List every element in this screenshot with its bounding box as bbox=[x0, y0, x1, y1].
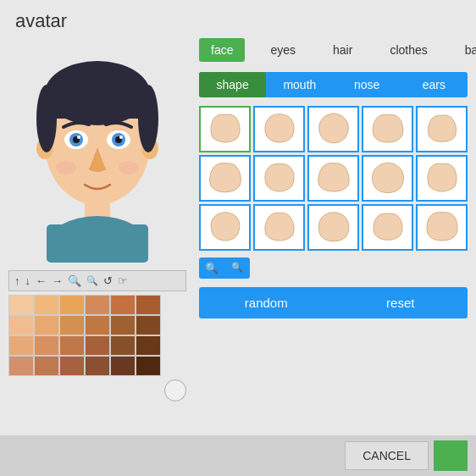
reset-btn[interactable]: reset bbox=[334, 287, 468, 318]
skin-color-2-0[interactable] bbox=[8, 335, 34, 356]
action-row: random reset bbox=[199, 287, 468, 318]
skin-color-0-5[interactable] bbox=[136, 295, 161, 315]
skin-color-3-2[interactable] bbox=[59, 356, 85, 376]
zoom-controls: 🔍 🔍 bbox=[199, 257, 250, 279]
move-down-btn[interactable]: ↓ bbox=[25, 274, 31, 287]
undo-btn[interactable]: ↺ bbox=[103, 274, 113, 287]
shape-cell-10[interactable] bbox=[416, 155, 468, 202]
move-up-btn[interactable]: ↑ bbox=[14, 274, 20, 287]
avatar-svg bbox=[17, 42, 178, 263]
skin-color-2-5[interactable] bbox=[136, 335, 161, 356]
skin-color-3-4[interactable] bbox=[110, 356, 136, 376]
skin-color-3-1[interactable] bbox=[34, 356, 59, 376]
shape-cell-14[interactable] bbox=[362, 204, 413, 251]
skin-color-0-0[interactable] bbox=[8, 295, 34, 315]
skin-color-2-2[interactable] bbox=[59, 335, 85, 356]
sub-tab-ears[interactable]: ears bbox=[401, 72, 468, 97]
skin-color-0-4[interactable] bbox=[110, 295, 136, 315]
avatar-preview bbox=[8, 38, 186, 267]
shape-cell-7[interactable] bbox=[253, 155, 305, 202]
face-shape-icon bbox=[209, 159, 241, 197]
tab-eyes[interactable]: eyes bbox=[258, 38, 307, 62]
zoom-in-ctrl-btn[interactable]: 🔍 bbox=[68, 274, 81, 287]
svg-point-19 bbox=[138, 85, 158, 152]
shape-cell-8[interactable] bbox=[307, 155, 359, 202]
face-shape-icon bbox=[426, 110, 458, 148]
sub-tabs: shapemouthnoseears bbox=[199, 72, 468, 97]
skin-color-0-2[interactable] bbox=[59, 295, 85, 315]
face-shape-icon bbox=[426, 159, 458, 197]
shape-cell-15[interactable] bbox=[416, 204, 468, 251]
shape-cell-4[interactable] bbox=[362, 106, 413, 152]
tab-backs[interactable]: backs bbox=[453, 38, 476, 62]
ok-button[interactable] bbox=[434, 440, 468, 471]
face-shape-icon bbox=[372, 159, 404, 197]
page-title: avatar bbox=[15, 10, 67, 32]
sub-tab-nose[interactable]: nose bbox=[334, 72, 401, 97]
svg-rect-7 bbox=[45, 89, 150, 119]
face-shape-icon bbox=[318, 208, 350, 246]
skin-row-2 bbox=[8, 335, 186, 356]
shape-cell-5[interactable] bbox=[416, 106, 468, 152]
skin-row-0 bbox=[8, 295, 186, 315]
skin-color-0-1[interactable] bbox=[34, 295, 59, 315]
shape-cell-3[interactable] bbox=[307, 106, 359, 152]
skin-color-3-5[interactable] bbox=[136, 356, 161, 376]
color-picker-btn[interactable] bbox=[164, 379, 186, 401]
shape-cell-12[interactable] bbox=[253, 204, 305, 251]
svg-point-18 bbox=[36, 85, 57, 152]
tab-hair[interactable]: hair bbox=[321, 38, 364, 62]
skin-palette bbox=[8, 295, 186, 376]
top-tabs: faceeyeshairclothesbacks bbox=[199, 38, 468, 62]
shape-cell-2[interactable] bbox=[253, 106, 305, 152]
face-shape-icon bbox=[263, 110, 296, 148]
face-shape-icon bbox=[426, 208, 458, 246]
skin-row-1 bbox=[8, 315, 186, 335]
face-shape-icon bbox=[372, 110, 404, 148]
skin-color-3-0[interactable] bbox=[8, 356, 34, 376]
skin-color-2-4[interactable] bbox=[110, 335, 136, 356]
shape-cell-9[interactable] bbox=[362, 155, 413, 202]
grid-zoom-out-btn[interactable]: 🔍 bbox=[224, 257, 250, 279]
controls-bar: ↑ ↓ ← → 🔍 🔍 ↺ ☞ bbox=[8, 270, 186, 291]
sub-tab-shape[interactable]: shape bbox=[199, 72, 266, 97]
grid-zoom-in-btn[interactable]: 🔍 bbox=[199, 257, 224, 279]
skin-color-1-5[interactable] bbox=[136, 315, 161, 335]
face-shape-icon bbox=[263, 208, 296, 246]
skin-color-1-3[interactable] bbox=[85, 315, 110, 335]
random-btn[interactable]: random bbox=[199, 287, 334, 318]
zoom-out-ctrl-btn[interactable]: 🔍 bbox=[86, 275, 98, 286]
skin-color-3-3[interactable] bbox=[85, 356, 110, 376]
skin-row-3 bbox=[8, 356, 186, 376]
skin-color-1-2[interactable] bbox=[59, 315, 85, 335]
left-panel: ↑ ↓ ← → 🔍 🔍 ↺ ☞ bbox=[8, 38, 195, 434]
shape-cell-11[interactable] bbox=[199, 204, 251, 251]
right-panel: faceeyeshairclothesbacks shapemouthnosee… bbox=[199, 38, 468, 434]
shape-cell-1[interactable] bbox=[199, 106, 251, 152]
face-shape-icon bbox=[318, 110, 350, 148]
svg-point-15 bbox=[119, 136, 123, 139]
move-right-btn[interactable]: → bbox=[52, 274, 63, 287]
svg-point-17 bbox=[119, 161, 139, 174]
skin-color-1-0[interactable] bbox=[8, 315, 34, 335]
svg-point-16 bbox=[56, 161, 76, 174]
tab-face[interactable]: face bbox=[199, 38, 245, 62]
svg-point-14 bbox=[77, 136, 80, 139]
svg-rect-2 bbox=[47, 224, 148, 263]
shape-cell-13[interactable] bbox=[307, 204, 359, 251]
sub-tab-mouth[interactable]: mouth bbox=[266, 72, 333, 97]
skin-color-2-1[interactable] bbox=[34, 335, 59, 356]
skin-color-2-3[interactable] bbox=[85, 335, 110, 356]
skin-color-1-4[interactable] bbox=[110, 315, 136, 335]
face-shape-icon bbox=[372, 208, 404, 246]
move-left-btn[interactable]: ← bbox=[36, 274, 47, 287]
tab-clothes[interactable]: clothes bbox=[378, 38, 439, 62]
skin-color-1-1[interactable] bbox=[34, 315, 59, 335]
cancel-button[interactable]: CANCEL bbox=[345, 441, 429, 470]
cursor-btn[interactable]: ☞ bbox=[118, 274, 128, 287]
skin-color-0-3[interactable] bbox=[85, 295, 110, 315]
shapes-grid bbox=[199, 106, 468, 251]
shape-cell-6[interactable] bbox=[199, 155, 251, 202]
face-shape-icon bbox=[209, 110, 241, 148]
face-shape-icon bbox=[318, 159, 350, 197]
